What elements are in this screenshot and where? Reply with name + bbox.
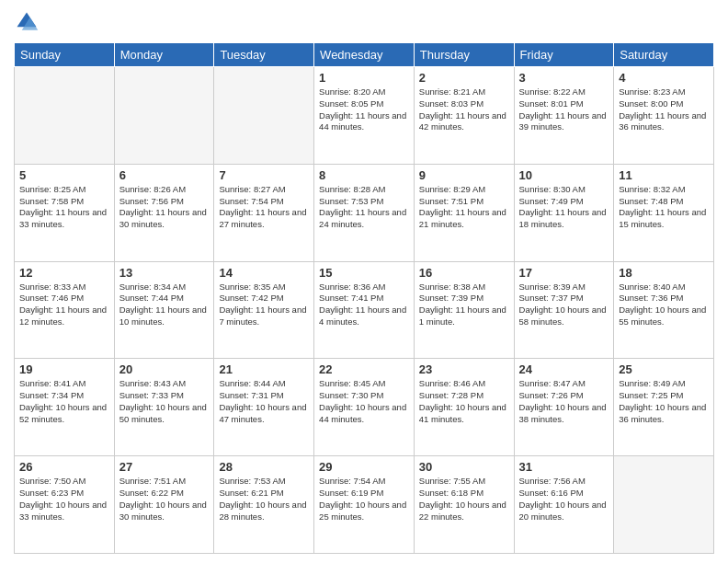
day-info: Sunrise: 8:22 AM Sunset: 8:01 PM Dayligh… (519, 86, 609, 133)
calendar-cell: 29Sunrise: 7:54 AM Sunset: 6:19 PM Dayli… (314, 456, 415, 554)
day-number: 10 (519, 168, 609, 182)
calendar: SundayMondayTuesdayWednesdayThursdayFrid… (14, 42, 714, 554)
day-info: Sunrise: 8:45 AM Sunset: 7:30 PM Dayligh… (319, 378, 409, 425)
day-number: 20 (119, 362, 210, 376)
calendar-cell: 4Sunrise: 8:23 AM Sunset: 8:00 PM Daylig… (614, 67, 714, 165)
day-info: Sunrise: 8:33 AM Sunset: 7:46 PM Dayligh… (19, 282, 109, 328)
header (14, 9, 714, 35)
calendar-cell: 25Sunrise: 8:49 AM Sunset: 7:25 PM Dayli… (614, 359, 714, 456)
day-number: 8 (319, 168, 409, 182)
calendar-week-3: 12Sunrise: 8:33 AM Sunset: 7:46 PM Dayli… (15, 261, 714, 359)
day-info: Sunrise: 8:44 AM Sunset: 7:31 PM Dayligh… (219, 378, 309, 425)
calendar-cell: 28Sunrise: 7:53 AM Sunset: 6:21 PM Dayli… (214, 456, 314, 554)
calendar-week-4: 19Sunrise: 8:41 AM Sunset: 7:34 PM Dayli… (15, 359, 714, 456)
calendar-cell: 18Sunrise: 8:40 AM Sunset: 7:36 PM Dayli… (614, 261, 714, 359)
day-number: 5 (19, 168, 109, 182)
day-number: 23 (419, 362, 509, 376)
day-info: Sunrise: 8:39 AM Sunset: 7:37 PM Dayligh… (519, 282, 609, 328)
weekday-header-thursday: Thursday (414, 43, 514, 67)
logo-icon (14, 9, 40, 35)
calendar-cell: 24Sunrise: 8:47 AM Sunset: 7:26 PM Dayli… (514, 359, 614, 456)
day-number: 15 (319, 266, 409, 280)
day-info: Sunrise: 7:53 AM Sunset: 6:21 PM Dayligh… (219, 476, 309, 523)
calendar-week-5: 26Sunrise: 7:50 AM Sunset: 6:23 PM Dayli… (15, 456, 714, 554)
calendar-cell: 10Sunrise: 8:30 AM Sunset: 7:49 PM Dayli… (514, 164, 614, 261)
calendar-week-2: 5Sunrise: 8:25 AM Sunset: 7:58 PM Daylig… (15, 164, 714, 261)
day-info: Sunrise: 8:49 AM Sunset: 7:25 PM Dayligh… (619, 378, 709, 425)
weekday-header-monday: Monday (114, 43, 214, 67)
day-number: 26 (19, 460, 109, 474)
day-number: 11 (619, 168, 709, 182)
day-number: 31 (519, 460, 609, 474)
day-number: 29 (319, 460, 409, 474)
day-info: Sunrise: 8:21 AM Sunset: 8:03 PM Dayligh… (419, 86, 509, 133)
calendar-cell (214, 67, 314, 165)
day-number: 30 (419, 460, 509, 474)
day-number: 16 (419, 266, 509, 280)
calendar-cell: 14Sunrise: 8:35 AM Sunset: 7:42 PM Dayli… (214, 261, 314, 359)
calendar-cell: 13Sunrise: 8:34 AM Sunset: 7:44 PM Dayli… (114, 261, 214, 359)
calendar-cell: 27Sunrise: 7:51 AM Sunset: 6:22 PM Dayli… (114, 456, 214, 554)
day-number: 14 (219, 266, 309, 280)
calendar-cell: 26Sunrise: 7:50 AM Sunset: 6:23 PM Dayli… (15, 456, 115, 554)
calendar-cell: 11Sunrise: 8:32 AM Sunset: 7:48 PM Dayli… (614, 164, 714, 261)
day-info: Sunrise: 8:38 AM Sunset: 7:39 PM Dayligh… (419, 282, 509, 328)
day-info: Sunrise: 8:25 AM Sunset: 7:58 PM Dayligh… (19, 184, 109, 231)
calendar-cell: 1Sunrise: 8:20 AM Sunset: 8:05 PM Daylig… (314, 67, 415, 165)
day-info: Sunrise: 8:34 AM Sunset: 7:44 PM Dayligh… (119, 282, 210, 328)
day-number: 27 (119, 460, 210, 474)
day-number: 28 (219, 460, 309, 474)
day-info: Sunrise: 8:26 AM Sunset: 7:56 PM Dayligh… (119, 184, 210, 231)
calendar-cell: 7Sunrise: 8:27 AM Sunset: 7:54 PM Daylig… (214, 164, 314, 261)
calendar-cell: 31Sunrise: 7:56 AM Sunset: 6:16 PM Dayli… (514, 456, 614, 554)
calendar-cell (15, 67, 115, 165)
day-number: 2 (419, 71, 509, 85)
day-info: Sunrise: 8:29 AM Sunset: 7:51 PM Dayligh… (419, 184, 509, 231)
calendar-cell: 22Sunrise: 8:45 AM Sunset: 7:30 PM Dayli… (314, 359, 415, 456)
day-info: Sunrise: 8:35 AM Sunset: 7:42 PM Dayligh… (219, 282, 309, 328)
calendar-cell (114, 67, 214, 165)
weekday-header-saturday: Saturday (614, 43, 714, 67)
day-info: Sunrise: 7:50 AM Sunset: 6:23 PM Dayligh… (19, 476, 109, 523)
day-info: Sunrise: 8:46 AM Sunset: 7:28 PM Dayligh… (419, 378, 509, 425)
calendar-cell: 9Sunrise: 8:29 AM Sunset: 7:51 PM Daylig… (414, 164, 514, 261)
calendar-cell: 30Sunrise: 7:55 AM Sunset: 6:18 PM Dayli… (414, 456, 514, 554)
day-info: Sunrise: 8:30 AM Sunset: 7:49 PM Dayligh… (519, 184, 609, 231)
day-number: 12 (19, 266, 109, 280)
day-info: Sunrise: 8:36 AM Sunset: 7:41 PM Dayligh… (319, 282, 409, 328)
day-number: 9 (419, 168, 509, 182)
logo (14, 9, 43, 35)
day-number: 25 (619, 362, 709, 376)
calendar-cell: 20Sunrise: 8:43 AM Sunset: 7:33 PM Dayli… (114, 359, 214, 456)
day-info: Sunrise: 7:56 AM Sunset: 6:16 PM Dayligh… (519, 476, 609, 523)
day-number: 17 (519, 266, 609, 280)
page: SundayMondayTuesdayWednesdayThursdayFrid… (0, 0, 728, 563)
day-info: Sunrise: 8:47 AM Sunset: 7:26 PM Dayligh… (519, 378, 609, 425)
day-info: Sunrise: 8:28 AM Sunset: 7:53 PM Dayligh… (319, 184, 409, 231)
day-info: Sunrise: 8:40 AM Sunset: 7:36 PM Dayligh… (619, 282, 709, 328)
day-info: Sunrise: 7:55 AM Sunset: 6:18 PM Dayligh… (419, 476, 509, 523)
day-number: 7 (219, 168, 309, 182)
day-info: Sunrise: 8:43 AM Sunset: 7:33 PM Dayligh… (119, 378, 210, 425)
day-info: Sunrise: 7:51 AM Sunset: 6:22 PM Dayligh… (119, 476, 210, 523)
day-info: Sunrise: 8:32 AM Sunset: 7:48 PM Dayligh… (619, 184, 709, 231)
calendar-cell: 2Sunrise: 8:21 AM Sunset: 8:03 PM Daylig… (414, 67, 514, 165)
day-number: 4 (619, 71, 709, 85)
calendar-cell: 12Sunrise: 8:33 AM Sunset: 7:46 PM Dayli… (15, 261, 115, 359)
day-info: Sunrise: 8:23 AM Sunset: 8:00 PM Dayligh… (619, 86, 709, 133)
calendar-cell: 21Sunrise: 8:44 AM Sunset: 7:31 PM Dayli… (214, 359, 314, 456)
day-number: 19 (19, 362, 109, 376)
calendar-cell: 23Sunrise: 8:46 AM Sunset: 7:28 PM Dayli… (414, 359, 514, 456)
calendar-header-row: SundayMondayTuesdayWednesdayThursdayFrid… (15, 43, 714, 67)
calendar-cell: 5Sunrise: 8:25 AM Sunset: 7:58 PM Daylig… (15, 164, 115, 261)
calendar-cell: 17Sunrise: 8:39 AM Sunset: 7:37 PM Dayli… (514, 261, 614, 359)
calendar-cell: 15Sunrise: 8:36 AM Sunset: 7:41 PM Dayli… (314, 261, 415, 359)
calendar-cell (614, 456, 714, 554)
calendar-cell: 6Sunrise: 8:26 AM Sunset: 7:56 PM Daylig… (114, 164, 214, 261)
calendar-cell: 3Sunrise: 8:22 AM Sunset: 8:01 PM Daylig… (514, 67, 614, 165)
day-number: 21 (219, 362, 309, 376)
weekday-header-sunday: Sunday (15, 43, 115, 67)
weekday-header-tuesday: Tuesday (214, 43, 314, 67)
calendar-cell: 19Sunrise: 8:41 AM Sunset: 7:34 PM Dayli… (15, 359, 115, 456)
calendar-cell: 16Sunrise: 8:38 AM Sunset: 7:39 PM Dayli… (414, 261, 514, 359)
